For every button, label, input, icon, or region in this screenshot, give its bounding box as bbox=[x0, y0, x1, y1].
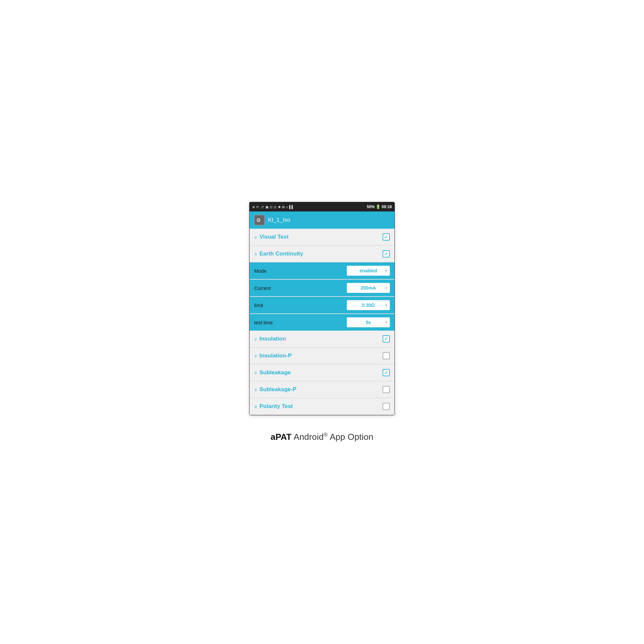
section-title-insulation-p: Insulation-P bbox=[259, 352, 292, 359]
section-header-earth-continuity[interactable]: ∧ Earth Continuity bbox=[250, 246, 394, 262]
caption-text: aPAT Android® App Option bbox=[271, 432, 374, 442]
app-title: KI_1_Iso bbox=[268, 217, 290, 223]
chevron-subleakage: ∨ bbox=[254, 370, 257, 375]
chevron-subleakage-p: ∨ bbox=[254, 387, 257, 392]
field-value-test-time[interactable]: 5s bbox=[347, 317, 390, 327]
icon-wifi: ⌾ bbox=[286, 205, 288, 209]
status-bar-left: ⊕ ⟳ ⎇ ▣ ⊡ ◎ ✱ ⊠ ⌾ ▌▌ bbox=[252, 205, 294, 209]
icon-add: ⊕ bbox=[252, 205, 255, 209]
field-label-current: Current bbox=[254, 285, 344, 291]
icon-bluetooth: ✱ bbox=[278, 205, 281, 209]
section-header-left-insulation-p: ∨ Insulation-P bbox=[254, 352, 292, 359]
checkbox-visual-test[interactable] bbox=[383, 233, 390, 241]
icon-image: ⊡ bbox=[270, 205, 272, 209]
field-row-limit[interactable]: limit 0.30Ω bbox=[250, 297, 394, 314]
section-header-visual-test[interactable]: ∨ Visual Test bbox=[250, 229, 394, 246]
chevron-insulation: ∨ bbox=[254, 337, 257, 342]
field-value-mode[interactable]: enabled bbox=[347, 266, 390, 276]
field-row-test-time[interactable]: test time 5s bbox=[250, 314, 394, 331]
section-header-left-polarity: ∨ Polarity Test bbox=[254, 403, 293, 410]
caption-area: aPAT Android® App Option bbox=[271, 432, 374, 442]
sections-list: ∨ Visual Test ∧ Earth Continuity Mode en… bbox=[250, 229, 394, 415]
icon-signal: ▌▌ bbox=[289, 205, 294, 209]
section-header-subleakage-p[interactable]: ∨ Subleakage-P bbox=[250, 381, 394, 398]
section-title-earth-continuity: Earth Continuity bbox=[259, 251, 303, 257]
icon-sync: ⟳ bbox=[256, 205, 259, 209]
field-label-mode: Mode bbox=[254, 268, 344, 274]
section-header-polarity-test[interactable]: ∨ Polarity Test bbox=[250, 398, 394, 415]
checkbox-insulation-p[interactable] bbox=[383, 352, 390, 359]
section-header-insulation[interactable]: ∨ Insulation bbox=[250, 331, 394, 347]
icon-usb: ⎇ bbox=[260, 205, 264, 209]
caption-registered: ® bbox=[324, 432, 328, 437]
section-title-subleakage: Subleakage bbox=[259, 369, 291, 376]
checkbox-subleakage[interactable] bbox=[383, 369, 390, 376]
field-label-limit: limit bbox=[254, 302, 344, 308]
app-icon-svg: ⚙ bbox=[255, 215, 264, 225]
field-value-current[interactable]: 200mA bbox=[347, 283, 390, 293]
chevron-earth-continuity: ∧ bbox=[254, 252, 257, 256]
checkbox-insulation[interactable] bbox=[383, 335, 390, 343]
clock: 09:18 bbox=[382, 205, 392, 209]
checkbox-earth-continuity[interactable] bbox=[383, 250, 390, 257]
section-title-polarity-test: Polarity Test bbox=[259, 403, 293, 410]
battery-percent: 50% bbox=[367, 205, 375, 209]
chevron-visual-test: ∨ bbox=[254, 235, 257, 240]
caption-end: App Option bbox=[330, 432, 373, 442]
app-header: ⚙ KI_1_Iso bbox=[250, 211, 394, 229]
status-bar-right: 50% 🔋 09:18 bbox=[367, 205, 392, 209]
status-bar: ⊕ ⟳ ⎇ ▣ ⊡ ◎ ✱ ⊠ ⌾ ▌▌ 50% 🔋 09:18 bbox=[250, 202, 394, 211]
section-header-left-insulation: ∨ Insulation bbox=[254, 336, 286, 342]
svg-text:⚙: ⚙ bbox=[256, 217, 261, 223]
field-label-test-time: test time bbox=[254, 320, 344, 325]
battery-icon: 🔋 bbox=[376, 205, 381, 209]
section-title-subleakage-p: Subleakage-P bbox=[259, 386, 297, 393]
section-header-left-subleakage-p: ∨ Subleakage-P bbox=[254, 386, 297, 393]
section-header-insulation-p[interactable]: ∨ Insulation-P bbox=[250, 347, 394, 364]
section-content-earth-continuity: Mode enabled Current 200mA limit 0.30Ω t… bbox=[250, 262, 394, 331]
checkbox-subleakage-p[interactable] bbox=[383, 386, 390, 393]
section-title-visual-test: Visual Test bbox=[259, 234, 289, 240]
section-title-insulation: Insulation bbox=[259, 336, 286, 342]
icon-mute: ⊠ bbox=[282, 205, 285, 209]
caption-bold: aPAT bbox=[271, 432, 292, 442]
page-wrapper: ⊕ ⟳ ⎇ ▣ ⊡ ◎ ✱ ⊠ ⌾ ▌▌ 50% 🔋 09:18 bbox=[0, 0, 644, 644]
app-icon: ⚙ bbox=[254, 215, 265, 225]
section-header-left-visual: ∨ Visual Test bbox=[254, 234, 289, 240]
field-row-mode[interactable]: Mode enabled bbox=[250, 262, 394, 280]
checkbox-polarity-test[interactable] bbox=[383, 403, 390, 410]
section-header-left-subleakage: ∨ Subleakage bbox=[254, 369, 291, 376]
icon-eye: ◎ bbox=[274, 205, 277, 209]
icon-screen: ▣ bbox=[265, 205, 268, 209]
chevron-polarity-test: ∨ bbox=[254, 404, 257, 409]
field-row-current[interactable]: Current 200mA bbox=[250, 280, 394, 297]
section-header-left-earth: ∧ Earth Continuity bbox=[254, 251, 303, 257]
field-value-limit[interactable]: 0.30Ω bbox=[347, 300, 390, 310]
section-header-subleakage[interactable]: ∨ Subleakage bbox=[250, 364, 394, 381]
chevron-insulation-p: ∨ bbox=[254, 353, 257, 358]
phone-container: ⊕ ⟳ ⎇ ▣ ⊡ ◎ ✱ ⊠ ⌾ ▌▌ 50% 🔋 09:18 bbox=[249, 202, 395, 415]
caption-normal: Android bbox=[294, 432, 324, 442]
